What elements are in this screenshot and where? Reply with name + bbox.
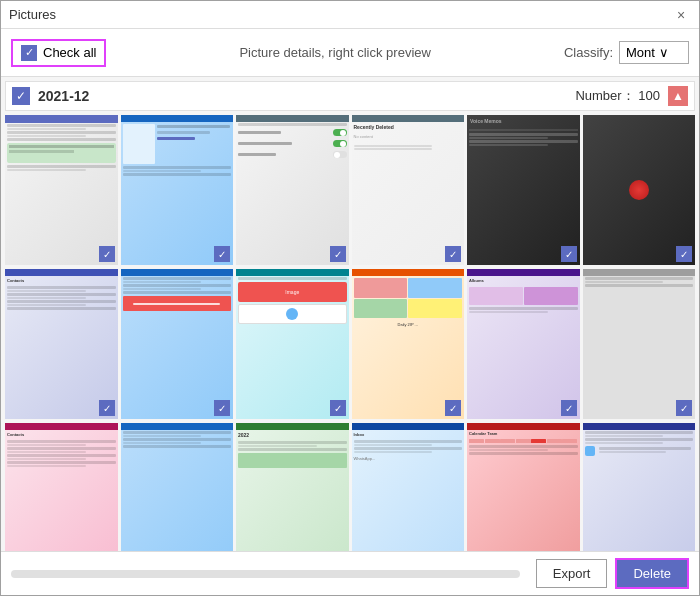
checkmark-icon: ✓ (25, 46, 34, 59)
photo-check-6[interactable]: ✓ (676, 246, 692, 262)
window-title: Pictures (9, 7, 56, 22)
classify-dropdown[interactable]: Mont ∨ (619, 41, 689, 64)
classify-value: Mont (626, 45, 655, 60)
photo-item[interactable]: ✓ (121, 269, 234, 419)
photo-item[interactable]: 2022 ✓ (236, 423, 349, 551)
classify-label: Classify: (564, 45, 613, 60)
photo-item[interactable]: ✓ (583, 423, 696, 551)
toolbar: ✓ Check all Picture details, right click… (1, 29, 699, 77)
photo-check-2[interactable]: ✓ (214, 246, 230, 262)
check-all-container[interactable]: ✓ Check all (11, 39, 106, 67)
photo-item[interactable]: ✓ (583, 269, 696, 419)
chevron-down-icon: ∨ (659, 45, 669, 60)
group-header: ✓ 2021-12 Number： 100 ▲ (5, 81, 695, 111)
photo-item[interactable]: Albums ✓ (467, 269, 580, 419)
photo-item[interactable]: Contacts ✓ (5, 423, 118, 551)
photo-check-7[interactable]: ✓ (99, 400, 115, 416)
title-bar: Pictures × (1, 1, 699, 29)
pictures-window: Pictures × ✓ Check all Picture details, … (0, 0, 700, 596)
collapse-button[interactable]: ▲ (668, 86, 688, 106)
photo-item[interactable]: Recently Deleted No content ✓ (352, 115, 465, 265)
photo-item[interactable]: ✓ (236, 115, 349, 265)
photos-content[interactable]: ✓ 2021-12 Number： 100 ▲ (1, 77, 699, 551)
group-title: 2021-12 (38, 88, 89, 104)
check-all-checkbox[interactable]: ✓ (21, 45, 37, 61)
export-button[interactable]: Export (536, 559, 608, 588)
photo-check-1[interactable]: ✓ (99, 246, 115, 262)
photo-item[interactable]: Daily 2IP ... ✓ (352, 269, 465, 419)
photo-check-3[interactable]: ✓ (330, 246, 346, 262)
photo-item[interactable]: Calendar Team ✓ (467, 423, 580, 551)
check-all-label: Check all (43, 45, 96, 60)
photo-item[interactable]: ✓ (121, 423, 234, 551)
photo-grid-row2: Contacts ✓ (5, 269, 695, 419)
photo-item[interactable]: ✓ (121, 115, 234, 265)
number-label: Number： 100 (575, 87, 660, 105)
group-check-icon: ✓ (16, 89, 26, 103)
photo-check-10[interactable]: ✓ (445, 400, 461, 416)
photo-item[interactable]: Image ✓ (236, 269, 349, 419)
photo-check-8[interactable]: ✓ (214, 400, 230, 416)
photo-check-11[interactable]: ✓ (561, 400, 577, 416)
photo-item[interactable]: Voice Memos ✓ (467, 115, 580, 265)
toolbar-right: Classify: Mont ∨ (564, 41, 689, 64)
photo-check-9[interactable]: ✓ (330, 400, 346, 416)
photo-check-12[interactable]: ✓ (676, 400, 692, 416)
close-button[interactable]: × (671, 5, 691, 25)
footer: Export Delete (1, 551, 699, 595)
photo-check-4[interactable]: ✓ (445, 246, 461, 262)
photo-check-5[interactable]: ✓ (561, 246, 577, 262)
photo-grid-row1: ✓ (5, 115, 695, 265)
toolbar-hint: Picture details, right click preview (114, 45, 555, 60)
photo-item[interactable]: ✓ (583, 115, 696, 265)
photo-grid-row3: Contacts ✓ ✓ (5, 423, 695, 551)
group-count: Number： 100 ▲ (575, 86, 688, 106)
photo-item[interactable]: Contacts ✓ (5, 269, 118, 419)
photo-item[interactable]: ✓ (5, 115, 118, 265)
group-checkbox[interactable]: ✓ (12, 87, 30, 105)
photo-item[interactable]: Inbox WhatsApp... ✓ (352, 423, 465, 551)
progress-bar-container (11, 570, 520, 578)
delete-button[interactable]: Delete (615, 558, 689, 589)
